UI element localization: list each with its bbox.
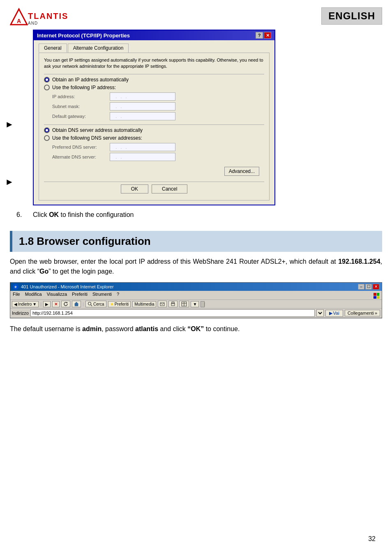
step6-bold: OK	[49, 211, 59, 218]
auto-dns-radio-row: Obtain DNS server address automatically	[44, 127, 264, 133]
windows-logo	[374, 292, 379, 299]
bottom-part1: The default username is	[10, 325, 82, 332]
dialog-body: General Alternate Configuration You can …	[34, 40, 274, 205]
toolbar-multimedia[interactable]: Multimedia	[132, 301, 156, 307]
tab-general[interactable]: General	[39, 44, 67, 53]
print-icon	[171, 302, 175, 306]
alternate-dns-label: Alternate DNS server:	[52, 154, 110, 159]
tcp-ip-dialog: Internet Protocol (TCP/IP) Properties ? …	[33, 30, 275, 205]
alternate-dns-input[interactable]	[110, 153, 175, 161]
ip-address-label: IP address:	[52, 94, 110, 99]
arrow1-icon: ►	[5, 119, 14, 130]
svg-marker-3	[74, 302, 78, 306]
browser-title: 401 Unauthorized - Microsoft Internet Ex…	[21, 284, 114, 289]
manual-ip-radio[interactable]	[44, 85, 50, 90]
svg-text:A: A	[17, 18, 21, 24]
preferred-dns-input[interactable]	[110, 143, 175, 151]
dialog-title: Internet Protocol (TCP/IP) Properties	[37, 32, 130, 39]
browser-title-area: e 401 Unauthorized - Microsoft Internet …	[13, 284, 114, 290]
toolbar-forward[interactable]: ▶	[43, 301, 51, 307]
arrow2-icon: ►	[5, 177, 14, 187]
go-button[interactable]: ▶ Vai	[325, 310, 343, 317]
preferred-dns-row: Preferred DNS server:	[52, 143, 264, 151]
help-button[interactable]: ?	[256, 32, 263, 39]
titlebar-buttons: ? ✕	[256, 32, 271, 39]
bottom-part4: to continue.	[204, 325, 240, 332]
close-button[interactable]: ✕	[264, 32, 271, 39]
menu-modifica[interactable]: Modifica	[25, 292, 42, 299]
browser-menubar: File Modifica Visualizza Preferiti Strum…	[10, 291, 382, 300]
bottom-part2: , password	[101, 325, 135, 332]
logo-wrapper: A TLANTIS AND	[10, 7, 68, 25]
manual-dns-radio[interactable]	[44, 135, 50, 141]
home-icon	[74, 302, 79, 306]
toolbar-stop[interactable]: ✕	[52, 301, 60, 307]
bottom-username: admin	[82, 325, 101, 332]
toolbar-back[interactable]: ◀ Indietro ▼	[12, 301, 39, 307]
auto-ip-radio-row: Obtain an IP address automatically	[44, 77, 264, 83]
section18-ip: 192.168.1.254	[338, 258, 380, 265]
ip-address-row: IP address:	[52, 92, 264, 101]
preferred-dns-label: Preferred DNS server:	[52, 145, 110, 150]
manual-ip-label: Use the following IP address:	[52, 85, 116, 90]
links-button[interactable]: Collegamenti »	[345, 310, 380, 316]
toolbar-separator1: |	[40, 302, 42, 306]
separator1	[44, 74, 264, 74]
menu-help[interactable]: ?	[117, 292, 119, 299]
alternate-dns-row: Alternate DNS server:	[52, 153, 264, 161]
svg-line-5	[91, 305, 92, 306]
subnet-mask-input[interactable]	[110, 102, 175, 111]
toolbar-refresh[interactable]	[61, 301, 70, 307]
toolbar-separator2: |	[83, 302, 84, 306]
toolbar-table[interactable]	[179, 301, 189, 307]
address-dropdown[interactable]	[316, 309, 324, 317]
toolbar-grip[interactable]: ⋮	[201, 301, 205, 307]
browser-icon: e	[13, 284, 18, 290]
browser-close-button[interactable]: ✕	[373, 284, 379, 290]
ok-button[interactable]: OK	[121, 184, 148, 193]
svg-point-4	[88, 302, 91, 305]
gateway-input[interactable]	[110, 112, 175, 120]
dialog-outer: ► ► Internet Protocol (TCP/IP) Propertie…	[16, 30, 382, 205]
toolbar-search[interactable]: Home Cerca	[85, 301, 106, 307]
browser-toolbar: ◀ Indietro ▼ | ▶ ✕ | Home Cerca ★ Prefer…	[10, 300, 382, 309]
toolbar-print[interactable]	[168, 301, 178, 307]
logo-text-group: TLANTIS AND	[28, 12, 68, 25]
logo-subtitle: AND	[28, 21, 68, 25]
browser-minimize-button[interactable]: –	[358, 284, 364, 290]
bottom-text: The default username is admin, password …	[10, 324, 382, 334]
tab-alternate[interactable]: Alternate Configuration	[68, 44, 129, 53]
menu-visualizza[interactable]: Visualizza	[47, 292, 67, 299]
toolbar-dropdown[interactable]: ▼	[191, 301, 199, 307]
menu-preferiti[interactable]: Preferiti	[72, 292, 88, 299]
ip-address-input[interactable]	[110, 92, 175, 101]
toolbar-home[interactable]	[72, 301, 81, 307]
page-number: 32	[368, 535, 376, 543]
advanced-button[interactable]: Advanced...	[224, 167, 259, 176]
auto-dns-radio[interactable]	[44, 127, 50, 133]
browser-maximize-button[interactable]: ☐	[365, 284, 372, 290]
menu-file[interactable]: File	[13, 292, 20, 299]
step6-text: 6. Click OK to finish the configuration	[16, 211, 382, 219]
section18-go: Go	[39, 268, 48, 275]
auto-dns-label: Obtain DNS server address automatically	[52, 127, 143, 133]
toolbar-favorites[interactable]: ★ Preferiti	[108, 301, 131, 307]
auto-ip-radio[interactable]	[44, 77, 50, 83]
table-icon	[181, 302, 187, 306]
address-input[interactable]	[30, 309, 315, 317]
page-header: A TLANTIS AND ENGLISH	[0, 0, 392, 30]
links-chevron-icon: »	[375, 311, 377, 315]
step6-rest: to finish the configuration	[59, 211, 134, 218]
toolbar-mail[interactable]	[158, 301, 167, 307]
gateway-row: Default gateway:	[52, 112, 264, 120]
description-text: You can get IP settings assigned automat…	[44, 57, 264, 70]
cancel-button[interactable]: Cancel	[152, 184, 187, 193]
browser-addressbar: Indirizzo ▶ Vai Collegamenti »	[10, 309, 382, 318]
browser-titlebar: e 401 Unauthorized - Microsoft Internet …	[10, 283, 382, 291]
subnet-mask-row: Subnet mask:	[52, 102, 264, 111]
tab-content: You can get IP settings assigned automat…	[39, 53, 270, 200]
gateway-label: Default gateway:	[52, 114, 110, 119]
go-arrow-icon: ▶	[329, 311, 332, 316]
menu-strumenti[interactable]: Strumenti	[92, 292, 112, 299]
logo-area: A TLANTIS AND	[10, 7, 68, 25]
